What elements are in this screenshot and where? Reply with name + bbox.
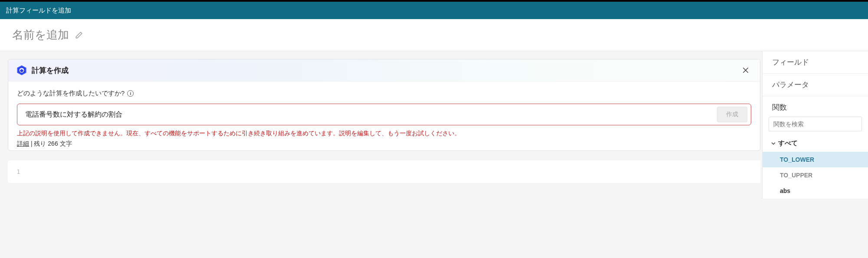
tab-parameters[interactable]: パラメータ bbox=[763, 74, 868, 96]
group-all-label: すべて bbox=[778, 139, 798, 147]
function-item[interactable]: TO_LOWER bbox=[763, 152, 868, 167]
create-calculation-card: 計算を作成 どのような計算を作成したいですか? i 作成 上記の説明を使用して作… bbox=[8, 59, 760, 151]
card-title-group: 計算を作成 bbox=[16, 65, 69, 76]
functions-title: 関数 bbox=[763, 96, 868, 117]
card-header: 計算を作成 bbox=[8, 59, 760, 82]
prompt-text: どのような計算を作成したいですか? bbox=[17, 89, 125, 98]
sidebar: フィールド パラメータ 関数 すべて TO_LOWERTO_UPPERabs bbox=[762, 51, 868, 199]
main-column: 計算を作成 どのような計算を作成したいですか? i 作成 上記の説明を使用して作… bbox=[0, 51, 762, 199]
detail-row: 詳細 | 残り 266 文字 bbox=[17, 140, 751, 148]
function-item[interactable]: abs bbox=[763, 183, 868, 199]
function-item[interactable]: TO_UPPER bbox=[763, 167, 868, 183]
remaining-chars: 残り 266 文字 bbox=[34, 140, 72, 147]
close-icon[interactable] bbox=[739, 65, 752, 76]
info-icon[interactable]: i bbox=[127, 90, 134, 97]
chevron-down-icon bbox=[770, 140, 776, 147]
ai-hex-icon bbox=[16, 65, 27, 76]
prompt-row: どのような計算を作成したいですか? i bbox=[17, 89, 751, 98]
header-bar: 計算フィールドを追加 bbox=[0, 2, 868, 19]
create-button[interactable]: 作成 bbox=[717, 107, 747, 122]
body: 計算を作成 どのような計算を作成したいですか? i 作成 上記の説明を使用して作… bbox=[0, 51, 868, 199]
group-all-row[interactable]: すべて bbox=[763, 135, 868, 152]
error-message: 上記の説明を使用して作成できません。現在、すべての機能をサポートするために引き続… bbox=[17, 130, 751, 137]
card-title: 計算を作成 bbox=[32, 65, 69, 75]
function-search-input[interactable] bbox=[769, 117, 862, 131]
name-placeholder: 名前を追加 bbox=[12, 27, 69, 42]
name-row[interactable]: 名前を追加 bbox=[0, 19, 868, 51]
calc-description-input[interactable] bbox=[23, 106, 717, 123]
function-search-wrap bbox=[763, 117, 868, 135]
card-body: どのような計算を作成したいですか? i 作成 上記の説明を使用して作成できません… bbox=[8, 82, 760, 150]
function-list: TO_LOWERTO_UPPERabs bbox=[763, 152, 868, 199]
pencil-icon[interactable] bbox=[75, 31, 83, 39]
tab-fields[interactable]: フィールド bbox=[763, 51, 868, 74]
detail-link[interactable]: 詳細 bbox=[17, 140, 29, 147]
calc-input-wrap: 作成 bbox=[17, 104, 751, 125]
header-title: 計算フィールドを追加 bbox=[6, 7, 71, 15]
line-number: 1 bbox=[16, 168, 20, 175]
code-editor[interactable]: 1 bbox=[8, 160, 760, 183]
